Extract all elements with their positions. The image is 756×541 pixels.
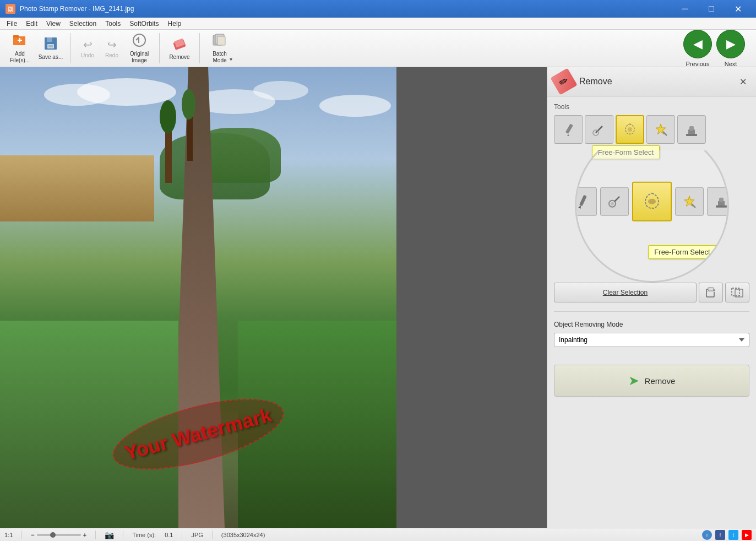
youtube-icon[interactable]: ▶ — [742, 530, 752, 540]
stamp-tool-button[interactable] — [677, 115, 706, 144]
facebook-icon[interactable]: f — [715, 530, 725, 540]
add-files-label: Add File(s)... — [7, 51, 32, 64]
remove-section: ➤ Remove — [547, 358, 756, 403]
original-image-button[interactable]: Original Image — [125, 34, 154, 63]
close-button[interactable]: ✕ — [725, 0, 750, 18]
minimize-button[interactable]: ─ — [672, 0, 698, 18]
status-right-icons: i f t ▶ — [702, 530, 752, 540]
maximize-button[interactable]: □ — [699, 0, 724, 18]
svg-line-28 — [614, 197, 619, 202]
menu-softorbits[interactable]: SoftOrbits — [125, 19, 163, 29]
svg-rect-3 — [19, 38, 20, 42]
magic-star-tool-button[interactable] — [646, 115, 675, 144]
nav-buttons: ◀ Previous ▶ Next — [683, 30, 754, 67]
zoom-out-icon[interactable]: − — [31, 532, 34, 538]
zoom-slider[interactable] — [37, 534, 81, 536]
status-sep-5 — [212, 531, 213, 539]
freeform-tool-button[interactable]: Free-Form Select — [616, 115, 644, 144]
toolbar-group-remove: Remove — [162, 32, 197, 65]
removing-mode-select[interactable]: Inpainting Content-Aware Fill Background… — [554, 333, 749, 347]
undo-button[interactable]: ↩ Undo — [77, 34, 99, 63]
remove-arrow-icon: ➤ — [628, 373, 639, 388]
svg-rect-22 — [689, 126, 694, 131]
zoom-wand-btn — [600, 187, 629, 216]
svg-rect-34 — [716, 205, 727, 208]
toolbar-separator-3 — [199, 33, 200, 63]
removing-mode-section: Object Removing Mode Inpainting Content-… — [547, 314, 756, 354]
status-sep-2 — [95, 531, 96, 539]
zoom-controls: − + — [31, 532, 86, 538]
zoom-star-btn — [675, 187, 704, 216]
toolbox-title-row: ✏ Remove — [554, 72, 612, 91]
tools-section: Tools — [547, 96, 756, 150]
toolbox-separator-1 — [554, 311, 749, 312]
status-bar: 1:1 − + 📷 Time (s): 0.1 JPG (3035x3024x2… — [0, 528, 756, 541]
pencil-tool-button[interactable] — [554, 115, 583, 144]
add-files-button[interactable]: Add File(s)... — [6, 34, 34, 63]
toolbar-separator-2 — [159, 33, 160, 63]
zoom-overlay-area: Free-Form Select — [547, 150, 756, 283]
svg-rect-13 — [217, 36, 225, 45]
menu-tools[interactable]: Tools — [101, 19, 125, 29]
toolbar: Add File(s)... Save as... ↩ Undo ↪ Redo — [0, 30, 756, 67]
previous-button[interactable]: ◀ — [683, 30, 712, 58]
undo-label: Undo — [81, 52, 94, 58]
previous-label: Previous — [686, 61, 710, 67]
zoom-ratio-label: 1:1 — [4, 532, 13, 538]
remove-toolbar-button[interactable]: Remove — [165, 34, 194, 63]
magic-wand-tool-button[interactable] — [585, 115, 613, 144]
toolbox-close-button[interactable]: ✕ — [736, 75, 749, 88]
svg-rect-1 — [13, 35, 19, 37]
next-button[interactable]: ▶ — [716, 30, 745, 58]
clear-selection-button[interactable]: Clear Selection — [554, 283, 697, 302]
toolbox-title: Remove — [579, 77, 612, 86]
batch-mode-label: Batch Mode — [207, 51, 232, 64]
save-as-button[interactable]: Save as... — [36, 34, 65, 63]
remove-toolbar-icon — [172, 36, 187, 53]
redo-button[interactable]: ↪ Redo — [101, 34, 123, 63]
toolbar-separator-1 — [70, 33, 71, 63]
photo-image: Your Watermark — [0, 67, 396, 528]
menu-edit[interactable]: Edit — [21, 19, 42, 29]
canvas-area[interactable]: Your Watermark — [0, 67, 547, 528]
export-selection-button[interactable] — [725, 283, 749, 302]
format-label: JPG — [191, 532, 203, 538]
toolbox-header: ✏ Remove ✕ — [547, 67, 756, 96]
toolbox-panel: ✏ Remove ✕ Tools — [547, 67, 756, 528]
svg-rect-7 — [48, 45, 53, 47]
zoom-in-icon[interactable]: + — [83, 532, 86, 538]
batch-mode-button[interactable]: Batch Mode — [205, 34, 234, 63]
info-icon[interactable]: i — [702, 530, 712, 540]
clear-selection-label: Clear Selection — [603, 289, 648, 296]
svg-rect-14 — [565, 123, 573, 134]
title-bar-controls: ─ □ ✕ — [672, 0, 750, 18]
batch-mode-icon — [212, 33, 227, 50]
svg-rect-5 — [47, 37, 52, 42]
zoom-stamp-btn — [707, 187, 729, 216]
menu-file[interactable]: File — [2, 19, 21, 29]
remove-button[interactable]: ➤ Remove — [554, 365, 749, 397]
zoom-pencil-btn — [575, 187, 597, 216]
time-label: Time (s): — [132, 532, 156, 538]
original-image-icon — [132, 33, 147, 50]
svg-marker-15 — [567, 134, 569, 136]
canvas-dark-area — [396, 67, 547, 528]
status-sep-1 — [21, 531, 22, 539]
redo-icon: ↪ — [107, 38, 117, 51]
original-image-label: Original Image — [127, 51, 152, 64]
svg-line-16 — [596, 126, 602, 133]
svg-rect-23 — [686, 134, 697, 136]
toolbar-group-add-save: Add File(s)... Save as... — [2, 32, 68, 65]
menu-view[interactable]: View — [42, 19, 65, 29]
save-as-icon — [43, 36, 58, 53]
save-as-label: Save as... — [39, 54, 63, 61]
export-to-clipboard-button[interactable] — [699, 283, 723, 302]
twitter-icon[interactable]: t — [728, 530, 738, 540]
status-image-icon: 📷 — [105, 531, 114, 539]
status-sep-3 — [123, 531, 123, 539]
menu-help[interactable]: Help — [164, 19, 186, 29]
title-bar-left: 🖼 Photo Stamp Remover - IMG_2141.jpg — [6, 4, 134, 14]
svg-rect-33 — [719, 198, 724, 202]
svg-point-29 — [648, 199, 656, 204]
menu-selection[interactable]: Selection — [65, 19, 101, 29]
